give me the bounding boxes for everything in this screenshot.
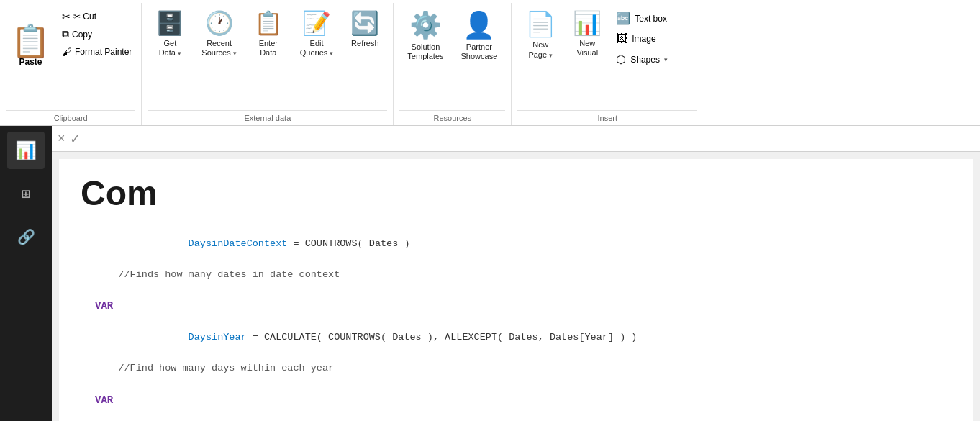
report-icon: 📊 bbox=[15, 140, 37, 160]
copy-icon: ⧉ bbox=[62, 28, 69, 40]
new-visual-button[interactable]: 📊 NewVisual bbox=[565, 6, 609, 71]
enter-data-icon: 📋 bbox=[254, 11, 283, 36]
page-title: Com bbox=[81, 173, 951, 213]
clipboard-buttons: 📋 Paste ✂ ✂ Cut ⧉ Copy 🖌 Format Painter bbox=[6, 6, 135, 71]
image-label: Image bbox=[632, 34, 655, 44]
refresh-icon: 🔄 bbox=[350, 11, 379, 36]
code-line-2: //Finds how many dates in date context bbox=[95, 267, 951, 283]
partner-showcase-icon: 👤 bbox=[463, 11, 495, 40]
new-page-label: NewPage ▾ bbox=[528, 40, 553, 59]
cut-icon: ✂ bbox=[62, 11, 71, 22]
content-area: Com DaysinDateContext = COUNTROWS( Dates… bbox=[52, 152, 980, 421]
shapes-label: Shapes bbox=[630, 55, 660, 65]
data-icon: ⊞ bbox=[22, 185, 30, 202]
new-page-button[interactable]: 📄 NewPage ▾ bbox=[517, 6, 563, 71]
solution-templates-button[interactable]: ⚙️ SolutionTemplates bbox=[399, 6, 451, 71]
format-painter-button[interactable]: 🖌 Format Painter bbox=[58, 44, 135, 60]
copy-button[interactable]: ⧉ Copy bbox=[58, 26, 135, 42]
external-data-label: External data bbox=[148, 110, 387, 125]
code-line-blank1 bbox=[95, 282, 951, 298]
recent-sources-label: RecentSources ▾ bbox=[201, 39, 236, 58]
new-visual-icon: 📊 bbox=[573, 11, 602, 36]
insert-group: 📄 NewPage ▾ 📊 NewVisual 🔤 Text box 🖼 Ima… bbox=[512, 3, 703, 125]
model-icon: 🔗 bbox=[17, 228, 35, 245]
get-data-icon: 🗄️ bbox=[155, 11, 184, 36]
clipboard-label: Clipboard bbox=[6, 110, 135, 125]
paste-label: Paste bbox=[19, 57, 42, 67]
partner-showcase-label: PartnerShowcase bbox=[461, 42, 498, 61]
external-data-buttons: 🗄️ GetData ▾ 🕐 RecentSources ▾ 📋 EnterDa… bbox=[148, 6, 387, 71]
enter-data-label: EnterData bbox=[259, 39, 278, 58]
code-line-4: //Find how many days within each year bbox=[95, 361, 951, 376]
code-line-var2: VAR bbox=[95, 392, 951, 409]
format-painter-label: Format Painter bbox=[75, 47, 132, 57]
new-page-icon: 📄 bbox=[525, 11, 555, 37]
refresh-label: Refresh bbox=[351, 39, 379, 48]
code-line-1: DaysinDateContext = COUNTROWS( Dates ) bbox=[95, 220, 951, 267]
edit-queries-icon: 📝 bbox=[302, 11, 331, 36]
shapes-button[interactable]: ⬡ Shapes ▾ bbox=[611, 50, 697, 69]
code-line-var1: VAR bbox=[95, 298, 951, 314]
text-box-button[interactable]: 🔤 Text box bbox=[611, 9, 697, 28]
code-line-blank2 bbox=[95, 376, 951, 392]
solution-templates-icon: ⚙️ bbox=[409, 11, 442, 40]
main-area: 📊 ⊞ 🔗 × ✓ Com DaysinDateContext = COUNTR… bbox=[0, 126, 980, 421]
content-column: × ✓ Com DaysinDateContext = COUNTROWS( D… bbox=[52, 126, 980, 421]
resources-group: ⚙️ SolutionTemplates 👤 PartnerShowcase R… bbox=[394, 3, 512, 125]
refresh-button[interactable]: 🔄 Refresh bbox=[342, 6, 387, 71]
ribbon-toolbar: 📋 Paste ✂ ✂ Cut ⧉ Copy 🖌 Format Painter bbox=[0, 0, 980, 125]
resources-label: Resources bbox=[399, 110, 505, 125]
solution-templates-label: SolutionTemplates bbox=[407, 42, 443, 61]
sidebar: 📊 ⊞ 🔗 bbox=[0, 126, 52, 421]
shapes-icon: ⬡ bbox=[616, 53, 626, 66]
resources-buttons: ⚙️ SolutionTemplates 👤 PartnerShowcase bbox=[399, 6, 505, 71]
code-area: DaysinDateContext = COUNTROWS( Dates ) /… bbox=[81, 213, 951, 421]
clipboard-group: 📋 Paste ✂ ✂ Cut ⧉ Copy 🖌 Format Painter bbox=[0, 3, 142, 125]
partner-showcase-button[interactable]: 👤 PartnerShowcase bbox=[453, 6, 506, 71]
insert-right-buttons: 🔤 Text box 🖼 Image ⬡ Shapes ▾ bbox=[611, 6, 697, 71]
edit-queries-label: EditQueries ▾ bbox=[300, 39, 334, 58]
paste-button[interactable]: 📋 Paste bbox=[6, 6, 55, 71]
image-button[interactable]: 🖼 Image bbox=[611, 30, 697, 48]
get-data-button[interactable]: 🗄️ GetData ▾ bbox=[148, 6, 192, 71]
formula-bar: × ✓ bbox=[52, 126, 980, 152]
external-data-group: 🗄️ GetData ▾ 🕐 RecentSources ▾ 📋 EnterDa… bbox=[142, 3, 394, 125]
cut-button[interactable]: ✂ ✂ Cut bbox=[58, 9, 135, 24]
get-data-label: GetData ▾ bbox=[159, 39, 181, 58]
format-painter-icon: 🖌 bbox=[62, 46, 72, 58]
paste-icon: 📋 bbox=[11, 25, 50, 57]
insert-label: Insert bbox=[517, 110, 697, 125]
sidebar-item-model[interactable]: 🔗 bbox=[7, 218, 45, 255]
image-icon: 🖼 bbox=[616, 32, 627, 45]
shapes-dropdown-icon: ▾ bbox=[664, 56, 668, 63]
text-box-icon: 🔤 bbox=[616, 12, 630, 25]
clipboard-right-buttons: ✂ ✂ Cut ⧉ Copy 🖌 Format Painter bbox=[58, 6, 135, 60]
cut-label: ✂ Cut bbox=[73, 12, 96, 22]
new-visual-label: NewVisual bbox=[576, 39, 598, 58]
formula-cancel-button[interactable]: × bbox=[58, 131, 65, 146]
formula-confirm-button[interactable]: ✓ bbox=[70, 131, 81, 147]
code-line-3: DaysinYear = CALCULATE( COUNTROWS( Dates… bbox=[95, 314, 951, 361]
insert-buttons: 📄 NewPage ▾ 📊 NewVisual 🔤 Text box 🖼 Ima… bbox=[517, 6, 697, 71]
copy-label: Copy bbox=[72, 30, 92, 40]
text-box-label: Text box bbox=[635, 14, 667, 24]
edit-queries-button[interactable]: 📝 EditQueries ▾ bbox=[292, 6, 342, 71]
sidebar-item-report[interactable]: 📊 bbox=[7, 132, 45, 169]
ribbon: 📋 Paste ✂ ✂ Cut ⧉ Copy 🖌 Format Painter bbox=[0, 0, 980, 126]
recent-sources-button[interactable]: 🕐 RecentSources ▾ bbox=[194, 6, 244, 71]
enter-data-button[interactable]: 📋 EnterData bbox=[246, 6, 291, 71]
page-canvas: Com DaysinDateContext = COUNTROWS( Dates… bbox=[59, 159, 973, 421]
recent-sources-icon: 🕐 bbox=[205, 11, 234, 36]
sidebar-item-data[interactable]: ⊞ bbox=[7, 175, 45, 212]
code-line-5: TotalBudget = SUM( 'Budget Data'[Sales B… bbox=[95, 408, 951, 421]
